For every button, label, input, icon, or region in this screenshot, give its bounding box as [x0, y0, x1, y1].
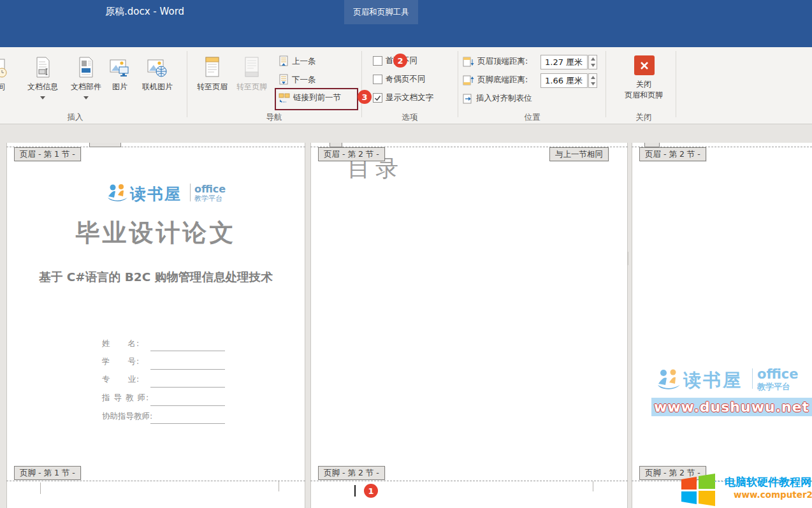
- header-position-icon: [463, 57, 474, 67]
- text-cursor: [354, 485, 356, 497]
- group-separator: [676, 51, 676, 117]
- spin-up-icon[interactable]: [591, 57, 595, 61]
- close-header-footer-label-1[interactable]: 关闭: [612, 79, 676, 90]
- show-next-icon: [279, 74, 289, 85]
- ribbon-tab-row: 计 布局 引用 邮件 审阅 视图 开发工具 帮助 WPS PDF 设计 2 操作…: [0, 24, 812, 47]
- group-label-options: 选项: [372, 112, 448, 123]
- footer-position-icon: [463, 75, 474, 85]
- scrolled-tag-stub: [89, 143, 121, 147]
- group-separator: [458, 51, 458, 117]
- show-previous-icon: [279, 55, 289, 67]
- picture-icon: [99, 52, 140, 79]
- computer26-site-logo: 电脑软硬件教程网 www.computer26.com: [678, 471, 812, 508]
- word-window: 原稿.docx - Word 页眉和页脚工具 计 布局 引用 邮件 审阅 视图 …: [0, 0, 812, 508]
- scrolled-tag-stub: [330, 143, 342, 147]
- page-3[interactable]: [632, 143, 812, 508]
- logo-divider: [752, 368, 753, 389]
- field-underline: [150, 423, 225, 424]
- footer-from-bottom-input[interactable]: 1.66 厘米: [540, 73, 588, 88]
- group-separator: [361, 51, 362, 117]
- field-label: 专 业:: [102, 374, 140, 385]
- header-from-top-row: 页眉顶端距离:: [463, 56, 528, 67]
- different-odd-even-checkbox[interactable]: 奇偶页不同: [373, 74, 426, 85]
- text-boundary-mark: [40, 483, 41, 494]
- close-header-footer-button[interactable]: [634, 55, 655, 75]
- goto-footer-icon: [231, 52, 272, 79]
- field-label: 指 导 教 师:: [102, 393, 149, 403]
- group-label-insert: 插入: [37, 112, 113, 123]
- online-pictures-button[interactable]: 联机图片: [137, 52, 178, 92]
- insert-alignment-tab-button[interactable]: 插入对齐制表位: [463, 93, 532, 104]
- page1-footer-tag: 页脚 - 第 1 节 -: [14, 466, 81, 480]
- checkbox-unchecked-icon[interactable]: [373, 75, 382, 84]
- date-time-icon: [0, 52, 17, 79]
- page-2[interactable]: [310, 143, 628, 508]
- spin-up-icon[interactable]: [591, 76, 595, 79]
- page1-document-subtitle: 基于 C#语言的 B2C 购物管理信息处理技术: [6, 269, 305, 285]
- group-label-navigation: 导航: [236, 112, 312, 123]
- checkbox-unchecked-icon[interactable]: [373, 56, 382, 66]
- dropdown-arrow-icon: [83, 96, 89, 99]
- footer-from-bottom-row: 页脚底端距离:: [463, 75, 528, 85]
- horizontal-ruler[interactable]: 6 4 2 2 4 6 8 10 12 14 16 18 20 22 24 26…: [0, 124, 812, 143]
- same-as-previous-tag: 与上一节相同: [549, 147, 609, 161]
- alignment-tab-icon: [463, 94, 473, 104]
- contextual-tab-group-header: 页眉和页脚工具: [344, 0, 418, 24]
- footer-boundary-line: [310, 481, 628, 481]
- logo-divider: [190, 184, 191, 201]
- page3-logo-name: 读书屋: [683, 368, 743, 393]
- picture-button[interactable]: 图片: [99, 52, 140, 92]
- field-label: 学 号:: [102, 356, 140, 367]
- group-label-close: 关闭: [605, 112, 682, 123]
- page3-logo-brand: office: [757, 366, 799, 382]
- footer-boundary-line: [6, 481, 305, 481]
- show-document-text-checkbox[interactable]: 显示文档文字: [373, 92, 433, 103]
- dushuwu-watermark-icon: [655, 367, 682, 391]
- page1-logo-brand-sub: 教学平台: [194, 194, 222, 203]
- group-separator: [605, 51, 606, 117]
- spin-down-icon[interactable]: [591, 64, 595, 67]
- field-label: 协助指导教师:: [102, 411, 152, 422]
- site-url: www.computer26.com: [734, 490, 812, 500]
- field-underline: [150, 369, 225, 370]
- page2-footer-tag: 页脚 - 第 2 节 -: [318, 466, 385, 480]
- dushuwu-url-banner: www.dushuwu.net: [651, 398, 812, 416]
- text-boundary-mark: [593, 481, 593, 491]
- document-info-icon: [22, 52, 63, 79]
- close-header-footer-label-2[interactable]: 页眉和页脚: [612, 90, 676, 101]
- document-title: 原稿.docx - Word: [105, 6, 184, 18]
- field-underline: [150, 405, 225, 406]
- annotation-highlight-box: [275, 88, 358, 110]
- windows-flag-icon: [679, 472, 718, 508]
- page1-header-tag: 页眉 - 第 1 节 -: [14, 147, 81, 161]
- goto-header-button[interactable]: 转至页眉: [192, 52, 233, 92]
- page1-logo-name: 读书屋: [130, 184, 182, 205]
- decor-dash: [714, 481, 723, 482]
- group-separator: [187, 51, 187, 117]
- close-x-icon: [640, 61, 649, 70]
- group-label-position: 位置: [494, 112, 570, 123]
- spin-down-icon[interactable]: [591, 82, 595, 85]
- checkbox-checked-icon[interactable]: [373, 93, 382, 103]
- site-name: 电脑软硬件教程网: [725, 475, 811, 490]
- date-time-button-partial[interactable]: 时间: [0, 52, 17, 92]
- document-info-button[interactable]: 文档信息: [22, 52, 63, 101]
- dropdown-arrow-icon: [40, 96, 45, 99]
- header-from-top-spinner[interactable]: [588, 55, 597, 69]
- text-boundary-mark: [279, 481, 279, 491]
- field-label: 姓 名:: [102, 338, 140, 349]
- show-next-button[interactable]: 下一条: [279, 74, 316, 85]
- field-underline: [150, 351, 225, 351]
- footer-from-bottom-spinner[interactable]: [588, 73, 597, 88]
- dushuwu-logo-icon: [106, 182, 129, 203]
- show-previous-button[interactable]: 上一条: [279, 55, 316, 67]
- online-pictures-icon: [137, 52, 178, 79]
- header-from-top-input[interactable]: 1.27 厘米: [540, 55, 588, 69]
- goto-footer-button: 转至页脚: [231, 52, 272, 92]
- contextual-tab-group-label: 页眉和页脚工具: [353, 7, 409, 18]
- page1-document-title: 毕业设计论文: [6, 217, 305, 249]
- annotation-badge-3: 3: [358, 90, 372, 104]
- field-underline: [150, 387, 225, 388]
- annotation-badge-1: 1: [364, 484, 378, 498]
- annotation-badge-2: 2: [393, 54, 407, 68]
